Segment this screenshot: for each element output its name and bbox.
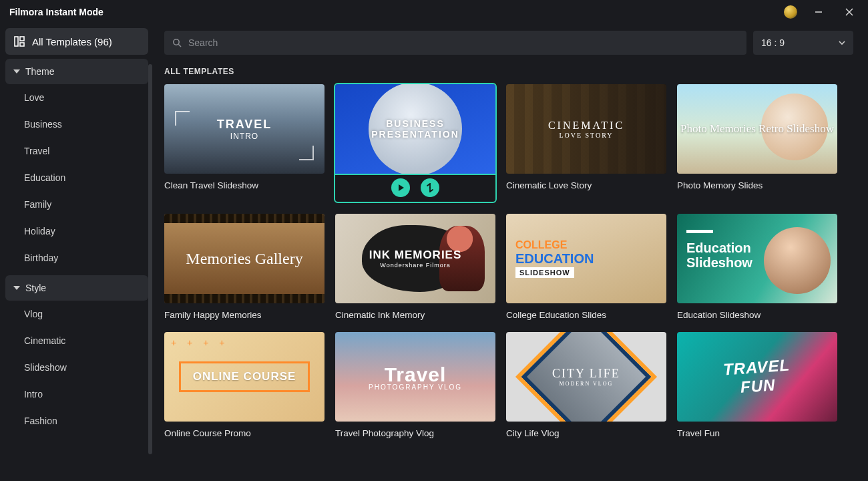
sidebar-item-holiday[interactable]: Holiday (5, 218, 148, 245)
preview-play-button[interactable] (391, 178, 410, 197)
template-thumbnail: Travel PHOTOGRAPHY VLOG (335, 332, 495, 422)
template-card[interactable]: TRAVELFUN Travel Fun (677, 332, 837, 438)
close-button[interactable] (840, 3, 859, 21)
sidebar-item-business[interactable]: Business (5, 111, 148, 138)
template-name: Family Happy Memories (164, 310, 324, 320)
template-name: Photo Memory Slides (677, 180, 837, 190)
sidebar-item-birthday[interactable]: Birthday (5, 245, 148, 271)
sidebar-group-style-label: Style (25, 283, 46, 293)
template-card[interactable]: Memories Gallery Family Happy Memories (164, 214, 324, 320)
replace-media-button[interactable] (421, 178, 439, 197)
template-name: Travel Fun (677, 428, 837, 438)
template-thumbnail: EducationSlideshow (677, 214, 837, 303)
template-thumbnail: INK MEMORIES Wondershare Filmora (335, 214, 495, 303)
chevron-down-icon (13, 285, 20, 291)
templates-grid-icon (13, 35, 25, 47)
template-thumbnail: Memories Gallery (164, 214, 324, 303)
sidebar-group-theme-label: Theme (25, 66, 55, 77)
templates-grid: TRAVELINTRO Clean Travel Slideshow BUSIN… (164, 84, 853, 438)
sidebar-group-style[interactable]: Style (5, 275, 148, 301)
template-name: Cinematic Love Story (506, 180, 666, 190)
template-thumbnail: TRAVELFUN (677, 332, 837, 422)
titlebar: Filmora Instant Mode (0, 0, 868, 24)
template-name: Clean Travel Slideshow (164, 180, 324, 190)
aspect-ratio-select[interactable]: 16 : 9 (753, 31, 853, 55)
template-actions (335, 174, 495, 202)
search-input[interactable] (188, 37, 738, 48)
sidebar-item-cinematic[interactable]: Cinematic (5, 327, 148, 354)
template-card[interactable]: COLLEGE EDUCATION SLIDESHOW College Educ… (506, 214, 666, 320)
svg-rect-4 (20, 37, 24, 41)
search-box[interactable] (164, 31, 746, 55)
svg-marker-7 (13, 286, 20, 290)
template-card[interactable]: BUSINESSPRESENTATION (335, 84, 495, 202)
sidebar-all-label: All Templates (96) (32, 36, 112, 47)
template-card[interactable]: CINEMATICLOVE STORY Cinematic Love Story (506, 84, 666, 202)
template-name: Travel Photography Vlog (335, 428, 495, 438)
template-thumbnail: TRAVELINTRO (164, 84, 324, 174)
template-name: Online Course Promo (164, 428, 324, 438)
aspect-ratio-value: 16 : 9 (761, 37, 785, 48)
toolbar: 16 : 9 (164, 31, 853, 55)
sidebar-item-family[interactable]: Family (5, 191, 148, 218)
svg-marker-10 (399, 184, 404, 191)
template-thumbnail: COLLEGE EDUCATION SLIDESHOW (506, 214, 666, 303)
template-thumbnail: CITY LIFEMODERN VLOG (506, 332, 666, 422)
template-thumbnail: CINEMATICLOVE STORY (506, 84, 666, 174)
template-name: City Life Vlog (506, 428, 666, 438)
svg-point-8 (174, 39, 179, 45)
template-name: Education Slideshow (677, 310, 837, 320)
template-card[interactable]: INK MEMORIES Wondershare Filmora Cinemat… (335, 214, 495, 320)
template-name: Cinematic Ink Memory (335, 310, 495, 320)
user-avatar-icon[interactable] (784, 5, 797, 19)
template-card[interactable]: + + + + ONLINE COURSE Online Course Prom… (164, 332, 324, 438)
template-thumbnail: Photo Memories Retro Slideshow (677, 84, 837, 174)
window-controls (784, 3, 859, 21)
sidebar-item-fashion[interactable]: Fashion (5, 408, 148, 434)
template-card[interactable]: Travel PHOTOGRAPHY VLOG Travel Photograp… (335, 332, 495, 438)
app-title: Filmora Instant Mode (9, 7, 103, 17)
sidebar-item-vlog[interactable]: Vlog (5, 301, 148, 327)
sidebar-item-travel[interactable]: Travel (5, 138, 148, 164)
chevron-down-icon (839, 39, 845, 46)
chevron-down-icon (13, 68, 20, 75)
sidebar-item-love[interactable]: Love (5, 84, 148, 111)
content-area: 16 : 9 ALL TEMPLATES TRAVELINTRO Clean T… (154, 24, 868, 481)
svg-line-9 (178, 44, 181, 47)
template-card[interactable]: TRAVELINTRO Clean Travel Slideshow (164, 84, 324, 202)
template-name: College Education Slides (506, 310, 666, 320)
template-card[interactable]: EducationSlideshow Education Slideshow (677, 214, 837, 320)
svg-rect-5 (20, 43, 24, 46)
template-card[interactable]: Photo Memories Retro Slideshow Photo Mem… (677, 84, 837, 202)
template-thumbnail: + + + + ONLINE COURSE (164, 332, 324, 422)
template-thumbnail: BUSINESSPRESENTATION (335, 84, 495, 174)
minimize-button[interactable] (809, 3, 828, 21)
svg-rect-3 (15, 37, 18, 46)
svg-marker-6 (13, 69, 20, 73)
sidebar-all-templates[interactable]: All Templates (96) (5, 28, 148, 55)
section-title: ALL TEMPLATES (164, 67, 853, 76)
sidebar-item-intro[interactable]: Intro (5, 381, 148, 408)
sidebar-group-theme[interactable]: Theme (5, 59, 148, 84)
sidebar-item-education[interactable]: Education (5, 164, 148, 191)
search-icon (172, 38, 182, 47)
sidebar-item-slideshow[interactable]: Slideshow (5, 354, 148, 381)
sidebar: All Templates (96) Theme Love Business T… (0, 24, 154, 481)
template-card[interactable]: CITY LIFEMODERN VLOG City Life Vlog (506, 332, 666, 438)
